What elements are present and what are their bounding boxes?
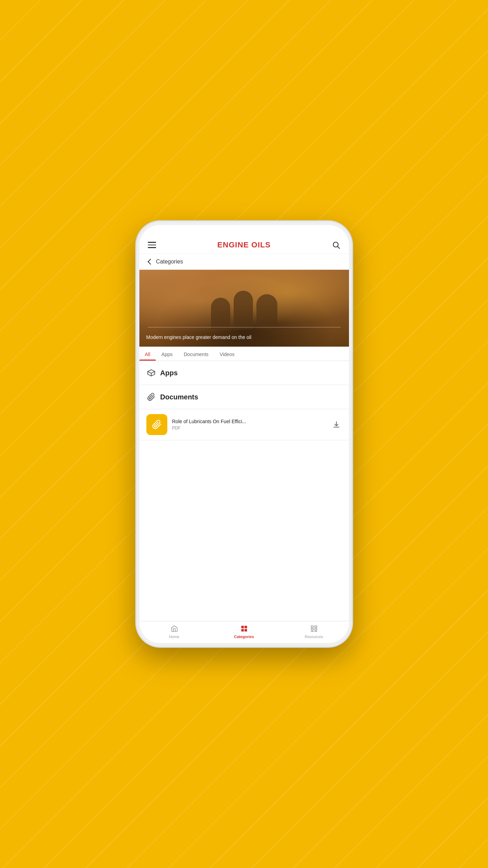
figure-1 [211, 298, 230, 329]
svg-rect-5 [244, 626, 247, 628]
apps-section: Apps [139, 361, 349, 385]
home-icon [170, 624, 179, 633]
app-header: ENGINE OILS [139, 238, 349, 254]
hero-image: Modern engines place greater demand on t… [139, 270, 349, 347]
content-area: Apps Documents [139, 361, 349, 621]
status-bar [139, 225, 349, 238]
svg-rect-6 [241, 629, 243, 631]
hero-divider [148, 327, 341, 327]
svg-rect-4 [241, 626, 243, 628]
tab-all[interactable]: All [139, 347, 156, 361]
svg-marker-2 [148, 370, 155, 373]
tab-apps[interactable]: Apps [156, 347, 178, 361]
svg-rect-13 [314, 631, 316, 631]
svg-rect-7 [244, 629, 247, 631]
figure-3 [256, 294, 277, 329]
tab-bar: All Apps Documents Videos [139, 347, 349, 361]
menu-icon[interactable] [148, 242, 156, 248]
bottom-nav: Home Categories [139, 621, 349, 643]
svg-rect-12 [311, 631, 313, 631]
app-title: ENGINE OILS [217, 240, 271, 249]
documents-section-header: Documents [146, 392, 342, 402]
categories-icon [240, 624, 249, 633]
hero-figures [139, 291, 349, 329]
documents-section: Documents [139, 385, 349, 409]
breadcrumb-bar: Categories [139, 254, 349, 270]
doc-bottom-divider [139, 440, 349, 440]
back-button[interactable] [146, 258, 153, 265]
nav-home-label: Home [169, 635, 179, 639]
doc-thumbnail [146, 414, 167, 435]
document-item[interactable]: Role of Lubricants On Fuel Effici... PDF [139, 409, 349, 440]
apps-section-header: Apps [146, 368, 342, 378]
breadcrumb-label: Categories [156, 259, 183, 265]
nav-categories-label: Categories [234, 635, 254, 639]
doc-title: Role of Lubricants On Fuel Effici... [172, 419, 326, 424]
documents-section-icon [146, 392, 156, 402]
phone-screen: ENGINE OILS Categories Modern engines pl… [139, 225, 349, 643]
figure-2 [234, 291, 253, 329]
svg-line-1 [338, 247, 340, 249]
svg-rect-8 [311, 626, 313, 628]
nav-categories[interactable]: Categories [209, 624, 279, 639]
hero-caption: Modern engines place greater demand on t… [146, 334, 342, 341]
search-button[interactable] [332, 241, 340, 249]
doc-type: PDF [172, 426, 326, 431]
resources-icon [309, 624, 319, 633]
nav-resources[interactable]: Resources [279, 624, 349, 639]
svg-rect-11 [314, 628, 316, 630]
tab-documents[interactable]: Documents [178, 347, 214, 361]
phone-frame: ENGINE OILS Categories Modern engines pl… [136, 221, 352, 647]
tab-videos[interactable]: Videos [214, 347, 240, 361]
apps-section-title: Apps [160, 369, 178, 377]
documents-section-title: Documents [160, 393, 198, 401]
svg-rect-9 [311, 628, 313, 630]
nav-home[interactable]: Home [139, 624, 209, 639]
doc-info: Role of Lubricants On Fuel Effici... PDF [172, 419, 326, 431]
svg-rect-10 [314, 626, 316, 628]
download-button[interactable] [331, 419, 342, 430]
nav-resources-label: Resources [305, 635, 323, 639]
apps-section-icon [146, 368, 156, 378]
